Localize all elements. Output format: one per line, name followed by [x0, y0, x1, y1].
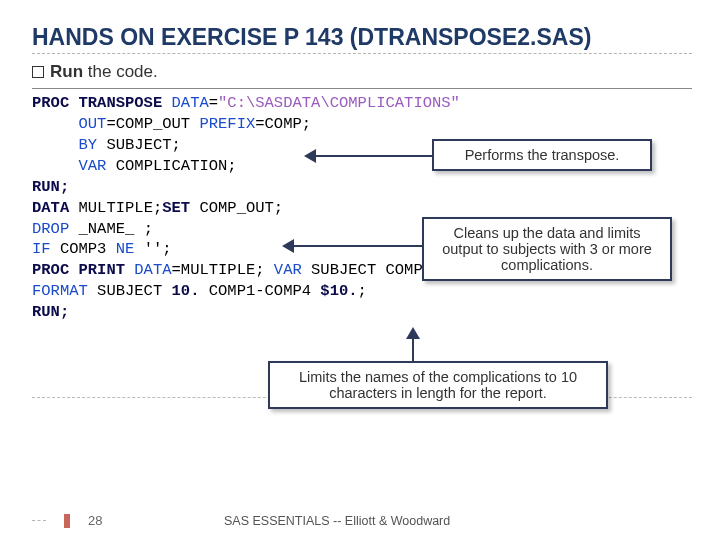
arrow-head-icon [282, 239, 294, 253]
bullet-box-icon [32, 66, 44, 78]
arrow-head-icon [406, 327, 420, 339]
footer-dash-icon [32, 520, 46, 521]
slide-title: HANDS ON EXERCISE P 143 (DTRANSPOSE2.SAS… [32, 24, 692, 51]
title-divider [32, 53, 692, 54]
subtitle-run: Run [50, 62, 83, 81]
footer: 28 SAS ESSENTIALS -- Elliott & Woodward [32, 513, 692, 528]
code-area: PROC TRANSPOSE DATA="C:\SASDATA\COMPLICA… [32, 88, 692, 398]
arrow-2 [290, 245, 422, 247]
callout-cleanup: Cleans up the data and limits output to … [422, 217, 672, 281]
subtitle-rest: the code. [83, 62, 158, 81]
callout-transpose: Performs the transpose. [432, 139, 652, 171]
footer-accent-icon [64, 514, 70, 528]
footer-source: SAS ESSENTIALS -- Elliott & Woodward [224, 514, 450, 528]
subtitle: Run the code. [32, 62, 692, 82]
page-number: 28 [88, 513, 116, 528]
code-block: PROC TRANSPOSE DATA="C:\SASDATA\COMPLICA… [32, 93, 692, 323]
arrow-head-icon [304, 149, 316, 163]
arrow-3 [412, 337, 414, 363]
callout-format: Limits the names of the complications to… [268, 361, 608, 409]
arrow-1 [312, 155, 432, 157]
